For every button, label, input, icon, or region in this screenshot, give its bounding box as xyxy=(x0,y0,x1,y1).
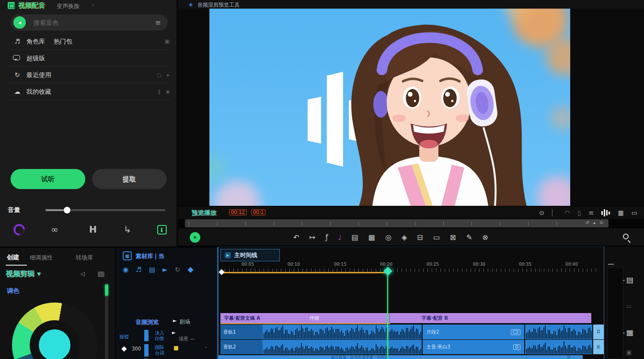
pen-icon[interactable]: ✎ xyxy=(466,233,472,242)
badge-icon[interactable]: ▭ xyxy=(626,303,632,310)
timeline-tab[interactable]: ▶ 主时间线 xyxy=(220,249,280,261)
voice-search-bar[interactable]: ◂ 搜索音色 ≡ xyxy=(11,14,168,31)
lines-label[interactable]: 台词 xyxy=(155,350,164,357)
menu-icon[interactable]: ≡ xyxy=(589,209,594,216)
clip-seam xyxy=(389,313,390,323)
search-play-icon[interactable]: ◂ xyxy=(13,16,26,29)
frame-icon[interactable]: ▯ xyxy=(577,209,581,216)
subtitle-clip-b[interactable]: 字幕·配音 B xyxy=(422,315,448,322)
voice-tool-icon[interactable]: ♩ xyxy=(338,233,341,242)
audio-clip[interactable]: 音轨2 xyxy=(220,340,422,354)
target-icon[interactable]: ◎ xyxy=(385,233,391,242)
voice-list-item[interactable]: ☁ 我的收藏 ‖ ▪ xyxy=(0,85,178,99)
green-frame-icon[interactable] xyxy=(157,225,167,235)
keyframe-diamond-icon[interactable] xyxy=(121,346,126,351)
loop-spinner-icon[interactable] xyxy=(11,222,27,238)
video-preview-frame[interactable] xyxy=(209,9,570,206)
active-tab-underline xyxy=(6,265,27,266)
collapse-handle[interactable] xyxy=(608,264,614,265)
close-tool-icon[interactable]: ⊗ xyxy=(482,233,488,242)
search-zoom-icon[interactable] xyxy=(623,234,629,239)
voice-panel: 视频配音 变声换脸 › ◂ 搜索音色 ≡ ♬ 角色库 热门包 ▣ 超级版 ↻ 最… xyxy=(0,0,178,247)
clip-label: 主音·旁白3 xyxy=(426,344,450,350)
waveform xyxy=(264,325,422,339)
library-icon: ▦ xyxy=(123,251,132,260)
printer-icon[interactable]: ▤ xyxy=(626,275,633,284)
track-row-label: 接驳 xyxy=(119,334,129,340)
levels-icon[interactable]: ▦ xyxy=(368,233,375,242)
audio-browse-label[interactable]: 音频浏览 xyxy=(136,318,159,326)
color-wheel-center[interactable] xyxy=(39,329,70,359)
branch-arrow-icon[interactable]: ↳ xyxy=(124,224,131,235)
waveform xyxy=(526,340,592,354)
scrub-bar[interactable]: ↺ ▴ ⊙ xyxy=(185,219,609,227)
audio-clip[interactable]: 音轨1 xyxy=(220,325,422,339)
play-small-icon[interactable]: ► xyxy=(172,330,176,335)
globe-icon[interactable]: ◉ xyxy=(123,266,128,273)
list-icon[interactable]: ▤ xyxy=(149,266,155,273)
dash-label: – xyxy=(205,344,207,349)
playhead-line[interactable] xyxy=(387,271,388,359)
send-icon[interactable]: ► xyxy=(162,266,168,273)
voice-list-item[interactable]: 超级版 xyxy=(0,51,178,66)
audio-levels-icon[interactable] xyxy=(601,209,610,217)
voice-item-adornment[interactable]: ‖ ▪ xyxy=(158,85,172,99)
layers-icon[interactable]: ◈ xyxy=(402,233,407,242)
chevron-right-icon[interactable]: › xyxy=(92,2,94,9)
loop-icon[interactable]: ◠ xyxy=(564,209,570,216)
diamond-icon[interactable]: ◆ xyxy=(188,265,194,274)
search-menu-icon[interactable]: ≡ xyxy=(155,18,161,27)
pointer-icon: ◂ xyxy=(622,331,624,335)
divider-icon: ▏ xyxy=(552,209,557,216)
h-tool-icon[interactable]: H xyxy=(89,224,97,235)
clip-name-dropdown[interactable]: 视频剪辑 ▾ xyxy=(6,269,41,279)
undo-icon[interactable]: ↶ xyxy=(293,233,299,242)
timeline-status-bar: 静音段落 · 自动生成字幕 · 已同步 D xyxy=(218,355,583,359)
voice-list-item[interactable]: ♬ 角色库 热门包 ▣ xyxy=(0,34,178,49)
audio-clip-end[interactable]: D xyxy=(593,325,604,339)
status-badge: D xyxy=(567,355,570,359)
voice-panel-secondary-tab[interactable]: 变声换脸 xyxy=(57,2,80,11)
link-icon[interactable]: ∞ xyxy=(51,224,58,235)
value-label: 300 xyxy=(132,346,141,351)
clipboard-icon[interactable]: ▤ xyxy=(352,233,358,242)
speech-bubble-icon xyxy=(13,55,20,60)
subtitle-track[interactable]: 字幕·配音文稿 A 停顿 字幕·配音 B xyxy=(220,313,591,323)
play-small-icon[interactable]: ► xyxy=(173,318,177,323)
grid-icon[interactable]: ▦ xyxy=(626,328,633,337)
voice-item-adornment[interactable]: ○ ▸ xyxy=(157,68,172,82)
voice-item-adornment[interactable]: ▣ xyxy=(165,34,172,49)
timeline-ruler[interactable]: 00:05 00:10 00:15 00:20 00:25 00:30 00:3… xyxy=(220,261,596,272)
mute-speaker-icon[interactable]: ◁ xyxy=(80,270,85,277)
subtitle-clip-a[interactable]: 字幕·配音文稿 A xyxy=(224,315,260,322)
music-icon[interactable]: ♬ xyxy=(136,266,142,273)
audio-clip[interactable]: 片段2 C2 xyxy=(423,325,524,339)
record-button[interactable] xyxy=(190,232,200,243)
monitor-icon[interactable]: ▭ xyxy=(632,209,637,216)
audio-clip[interactable] xyxy=(525,325,592,339)
audio-clip[interactable] xyxy=(525,340,592,354)
gear-icon[interactable]: ⊙ xyxy=(539,209,544,216)
voice-list-item[interactable]: ↻ 最近使用 ○ ▸ xyxy=(0,68,178,82)
listen-button[interactable]: 试听 xyxy=(11,169,85,189)
tab-create[interactable]: 创建 xyxy=(7,253,19,262)
audio-clip[interactable]: 主音·旁白3 D xyxy=(423,340,524,354)
export-icon[interactable]: ⊟ xyxy=(417,233,424,242)
audio-clip-end[interactable]: 乐 xyxy=(593,340,604,354)
extract-button[interactable]: 提取 xyxy=(92,169,167,189)
tab-adjust[interactable]: 细调属性 xyxy=(30,254,53,262)
grid-icon[interactable]: ▦ xyxy=(618,209,623,216)
volume-slider-thumb[interactable] xyxy=(64,207,70,213)
curve-tool-icon[interactable]: ƒ xyxy=(325,233,328,242)
thumbnail-placeholder xyxy=(98,271,104,277)
delete-frame-icon[interactable]: ⊠ xyxy=(450,233,456,242)
tab-transitions[interactable]: 转场库 xyxy=(76,254,93,262)
vertical-slider-thumb[interactable] xyxy=(105,284,108,296)
fade-out-label[interactable]: 印带 xyxy=(155,336,164,342)
panel-icon[interactable]: ▣ xyxy=(626,349,632,356)
scrub-mini-icons[interactable]: ↺ ▴ ⊙ xyxy=(586,220,605,225)
redo-icon[interactable]: ↦ xyxy=(310,233,316,242)
refresh-icon[interactable]: ↻ xyxy=(175,266,181,273)
ruler-label: 00:05 xyxy=(242,262,254,267)
frame-tool-icon[interactable]: ▭ xyxy=(433,233,440,242)
